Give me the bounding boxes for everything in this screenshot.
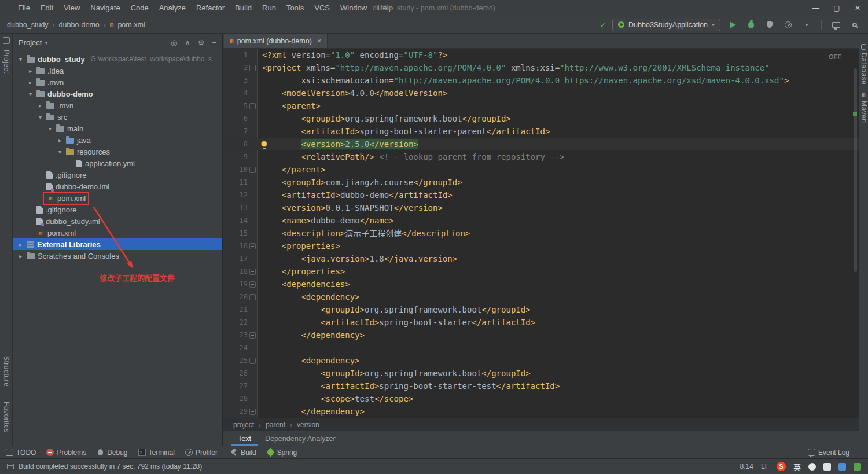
toolwindow-button-favorites[interactable]: Favorites [2, 402, 10, 433]
profiler-button[interactable] [782, 19, 795, 31]
code-line-14[interactable]: 14 <name>dubbo-demo</name> [223, 214, 859, 227]
ime-keyboard-icon[interactable] [823, 463, 831, 471]
code-line-2[interactable]: 2−<project xmlns="http://maven.apache.or… [223, 61, 859, 74]
toolwindow-button-project[interactable]: Project [2, 50, 10, 74]
code-line-13[interactable]: 13 <version>0.0.1-SNAPSHOT</version> [223, 201, 859, 214]
ime-toolbox-icon[interactable] [854, 463, 861, 471]
layout-button[interactable] [830, 19, 843, 31]
code-line-11[interactable]: 11 <groupId>com.jiangzh.course</groupId> [223, 176, 859, 189]
code-line-20[interactable]: 20− <dependency> [223, 291, 859, 303]
code-line-10[interactable]: 10− </parent> [223, 163, 859, 176]
tree-item-java[interactable]: ▸java [13, 134, 222, 146]
tree-item-scratches-and-consoles[interactable]: ▸Scratches and Consoles [13, 250, 222, 262]
chevron-down-icon[interactable]: ▾ [56, 149, 64, 155]
xml-breadcrumb-version[interactable]: version [297, 421, 319, 429]
code-line-16[interactable]: 16− <properties> [223, 240, 859, 252]
editor-tab-pom-xml[interactable]: m pom.xml (dubbo-demo) × [224, 34, 328, 48]
inspection-highlighting-badge[interactable]: OFF [829, 53, 841, 60]
fold-marker-icon[interactable]: − [249, 281, 256, 288]
toolwindow-button-todo[interactable]: TODO [6, 449, 36, 457]
search-everywhere-button[interactable] [848, 19, 861, 31]
code-line-6[interactable]: 6 <groupId>org.springframework.boot</gro… [223, 112, 859, 125]
close-button[interactable]: ✕ [847, 0, 868, 16]
toolwindow-button-terminal[interactable]: Terminal [138, 449, 175, 457]
fold-marker-icon[interactable]: − [249, 103, 256, 109]
code-line-9[interactable]: 9 <relativePath/> <!-- lookup parent fro… [223, 150, 859, 163]
menu-file[interactable]: File [13, 0, 35, 16]
chevron-right-icon[interactable]: ▸ [16, 241, 25, 248]
chevron-right-icon[interactable]: ▸ [16, 253, 25, 259]
coverage-button[interactable] [763, 19, 776, 31]
toolwindow-button-structure[interactable]: Structure [2, 356, 10, 387]
tree-item-src[interactable]: ▾src [13, 111, 222, 123]
toolwindow-button-maven[interactable]: m Maven [860, 91, 868, 123]
project-panel-title[interactable]: Project [19, 38, 42, 47]
tree-item-main[interactable]: ▾main [13, 123, 222, 134]
tree-item-pom-xml[interactable]: mpom.xml [13, 227, 222, 238]
menu-tools[interactable]: Tools [281, 0, 309, 16]
code-line-28[interactable]: 28 <scope>test</scope> [223, 392, 859, 405]
toolwindow-button-problems[interactable]: Problems [46, 449, 86, 457]
chevron-right-icon[interactable]: ▸ [36, 102, 45, 109]
editor-view-tab-text[interactable]: Text [231, 431, 258, 446]
tree-item-dubbo-study[interactable]: ▾dubbo_studyG:\workspace\test_workspace\… [13, 53, 222, 65]
tree-item-pom-xml[interactable]: mpom.xml [13, 192, 222, 204]
collapse-all-icon[interactable]: ∧ [185, 39, 190, 46]
code-line-5[interactable]: 5− <parent> [223, 100, 859, 112]
xml-breadcrumb-parent[interactable]: parent [266, 421, 285, 429]
code-line-27[interactable]: 27 <artifactId>spring-boot-starter-test<… [223, 380, 859, 392]
run-config-selector[interactable]: Dubbo3StudyApplication ▾ [612, 19, 720, 31]
code-editor[interactable]: 1<?xml version="1.0" encoding="UTF-8"?>2… [223, 49, 859, 418]
debug-button[interactable] [745, 19, 757, 31]
caret-position-widget[interactable]: 8:14 [740, 462, 753, 471]
hide-panel-icon[interactable]: − [212, 39, 216, 46]
menu-navigate[interactable]: Navigate [85, 0, 125, 16]
tree-item-dubbo-demo[interactable]: ▾dubbo-demo [13, 88, 222, 100]
menu-code[interactable]: Code [126, 0, 154, 16]
code-line-24[interactable]: 24 [223, 341, 859, 354]
ime-emoji-icon[interactable] [838, 463, 846, 471]
gear-icon[interactable]: ⚙ [198, 39, 205, 46]
tree-item-external-libraries[interactable]: ▸External Libraries [13, 238, 222, 250]
fold-marker-icon[interactable]: − [249, 167, 256, 173]
chevron-right-icon[interactable]: ▸ [26, 79, 35, 86]
line-separator-widget[interactable]: LF [761, 462, 769, 471]
code-line-25[interactable]: 25− <dependency> [223, 354, 859, 367]
tree-item-gitignore[interactable]: .gitignore [13, 169, 222, 181]
code-line-22[interactable]: 22 <artifactId>spring-boot-starter</arti… [223, 316, 859, 329]
toolwindow-button-database[interactable]: Database [860, 44, 868, 84]
breadcrumb-dubbo-study[interactable]: dubbo_study [7, 21, 49, 29]
tree-item-application-yml[interactable]: application.yml [13, 157, 222, 169]
editor-view-tab-dependency-analyzer[interactable]: Dependency Analyzer [258, 431, 343, 446]
chevron-down-icon[interactable]: ▾ [26, 91, 35, 97]
toolwindow-button-profiler[interactable]: Profiler [185, 449, 218, 457]
tree-item-mvn[interactable]: ▸.mvn [13, 76, 222, 88]
fold-marker-icon[interactable]: − [249, 294, 256, 300]
fold-marker-icon[interactable]: − [249, 65, 256, 71]
tree-item-dubbo-demo-iml[interactable]: dubbo-demo.iml [13, 181, 222, 192]
code-line-23[interactable]: 23− </dependency> [223, 329, 859, 341]
menu-edit[interactable]: Edit [35, 0, 58, 16]
code-line-12[interactable]: 12 <artifactId>dubbo-demo</artifactId> [223, 189, 859, 201]
menu-refactor[interactable]: Refactor [191, 0, 230, 16]
fold-marker-icon[interactable]: − [249, 269, 256, 275]
code-line-8[interactable]: 8 <version>2.5.0</version> [223, 138, 859, 150]
tree-item-dubbo-study-iml[interactable]: dubbo_study.iml [13, 215, 222, 227]
ime-fullhalf-icon[interactable] [808, 463, 816, 471]
more-run-options-chevron[interactable]: ▾ [800, 19, 813, 31]
tree-item-mvn[interactable]: ▸.mvn [13, 100, 222, 111]
scrollbar-thumb[interactable] [854, 68, 857, 272]
code-line-19[interactable]: 19− <dependencies> [223, 278, 859, 291]
chevron-down-icon[interactable]: ▾ [16, 56, 25, 63]
run-button[interactable] [726, 19, 739, 31]
sogou-ime-icon[interactable]: S [777, 462, 786, 471]
chevron-right-icon[interactable]: ▸ [56, 137, 64, 144]
code-line-17[interactable]: 17 <java.version>1.8</java.version> [223, 252, 859, 265]
menu-window[interactable]: Window [335, 0, 372, 16]
chevron-down-icon[interactable]: ▾ [36, 114, 45, 120]
close-tab-icon[interactable]: × [317, 36, 322, 45]
xml-breadcrumb-project[interactable]: project [233, 421, 254, 429]
fold-marker-icon[interactable]: − [249, 409, 256, 415]
intention-bulb-icon[interactable] [261, 141, 267, 147]
code-line-7[interactable]: 7 <artifactId>spring-boot-starter-parent… [223, 125, 859, 138]
